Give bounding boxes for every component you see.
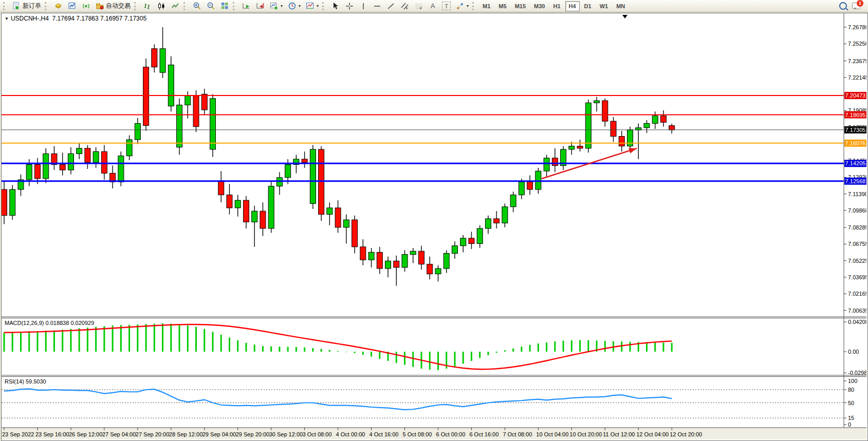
templates-icon: [305, 2, 315, 11]
toolbar-grip[interactable]: [183, 2, 188, 10]
label-tool-button[interactable]: T: [440, 1, 453, 12]
candlestick-chart-icon: [157, 2, 166, 11]
svg-text:12 Oct 20:00: 12 Oct 20:00: [670, 431, 702, 437]
svg-text:11 Oct 12:00: 11 Oct 12:00: [603, 431, 635, 437]
auto-scroll-button[interactable]: [239, 1, 253, 12]
label-tool-icon: T: [442, 2, 451, 10]
trendline-tool-button[interactable]: [384, 1, 398, 12]
signals-icon: [81, 2, 90, 11]
indicators-button[interactable]: ▾: [267, 1, 285, 12]
tile-windows-button[interactable]: [218, 1, 231, 12]
toolbar-grip[interactable]: [322, 2, 326, 10]
market-watch-button[interactable]: [51, 1, 65, 12]
shapes-arrows-icon: [455, 2, 465, 11]
svg-text:0: 0: [848, 421, 851, 428]
cursor-tool-button[interactable]: [329, 1, 342, 12]
timeframe-button-m30[interactable]: M30: [530, 1, 548, 11]
timeframe-button-m1[interactable]: M1: [479, 1, 494, 11]
zoom-in-button[interactable]: [190, 1, 204, 12]
periods-button[interactable]: ▾: [285, 1, 303, 12]
indicators-icon: [269, 2, 279, 11]
tile-windows-icon: [220, 2, 229, 11]
svg-text:27 Sep 04:00: 27 Sep 04:00: [102, 431, 136, 437]
trendline-icon: [386, 2, 396, 11]
timeframe-button-d1[interactable]: D1: [581, 1, 595, 11]
channel-tool-button[interactable]: E: [398, 1, 412, 12]
svg-text:50: 50: [848, 400, 854, 406]
data-window-button[interactable]: [65, 1, 79, 12]
search-icon[interactable]: [838, 2, 847, 11]
toolbar-grip[interactable]: [134, 2, 138, 10]
timeframe-button-m15[interactable]: M15: [511, 1, 529, 11]
svg-text:7.05225: 7.05225: [848, 258, 866, 264]
crosshair-tool-button[interactable]: [343, 1, 356, 12]
chart-window[interactable]: ▼USDCNH-,H4 7.17694 7.17863 7.16957 7.17…: [1, 13, 868, 441]
svg-text:7.02165: 7.02165: [848, 291, 866, 297]
timeframe-button-h1[interactable]: H1: [549, 1, 564, 11]
svg-text:7.16076: 7.16076: [845, 140, 866, 146]
svg-text:7.09860: 7.09860: [848, 207, 866, 214]
svg-text:-0.029864: -0.029864: [848, 370, 866, 376]
data-window-icon: [67, 2, 77, 11]
timeframe-button-w1[interactable]: W1: [596, 1, 612, 11]
horizontal-line-icon: [373, 2, 382, 11]
mt4-terminal: { "toolbar": { "new_order_label": "新订单",…: [0, 0, 868, 441]
new-order-icon: [12, 2, 21, 11]
crosshair-icon: [345, 2, 354, 11]
chart-shift-button[interactable]: [253, 1, 267, 12]
trend-arrow-head: [629, 148, 637, 153]
svg-text:4 Oct 00:00: 4 Oct 00:00: [336, 431, 365, 437]
indicators-caret-icon[interactable]: ▾: [281, 4, 283, 8]
chat-icon[interactable]: 1: [852, 2, 861, 11]
svg-text:80: 80: [848, 387, 854, 393]
toolbar-right-tools: 1: [838, 2, 866, 11]
toolbar-grip[interactable]: [472, 2, 476, 10]
templates-button[interactable]: ▾: [303, 1, 321, 12]
svg-text:7.20473: 7.20473: [845, 92, 866, 99]
horizontal-line-tool-button[interactable]: [371, 1, 384, 12]
toolbar-grip[interactable]: [45, 2, 49, 10]
svg-text:23 Sep 16:00: 23 Sep 16:00: [35, 431, 69, 437]
chart-shift-icon: [255, 2, 265, 11]
svg-text:27 Sep 20:00: 27 Sep 20:00: [136, 431, 169, 437]
auto-trading-label: 自动交易: [106, 2, 131, 10]
timeframe-buttons: M1M5M15M30H1H4D1W1MN: [479, 1, 629, 11]
equidistant-channel-icon: E: [400, 2, 410, 11]
price-chart-canvas[interactable]: 7.267807.252507.236757.221457.190857.175…: [2, 13, 866, 441]
zoom-in-icon: [192, 2, 201, 11]
toolbar-grip[interactable]: [233, 2, 237, 10]
vertical-line-tool-button[interactable]: [357, 1, 370, 12]
timeframe-button-h4[interactable]: H4: [565, 1, 580, 11]
shapes-tool-button[interactable]: ▾: [453, 1, 471, 12]
vertical-line-icon: [359, 2, 368, 11]
candlestick-chart-button[interactable]: [155, 1, 168, 12]
timeframe-button-mn[interactable]: MN: [613, 1, 629, 11]
text-tool-button[interactable]: A: [426, 1, 439, 12]
bar-chart-button[interactable]: [141, 1, 154, 12]
fibonacci-icon: F: [414, 2, 423, 11]
line-chart-icon: [171, 2, 180, 11]
shapes-caret-icon[interactable]: ▾: [467, 4, 469, 8]
toolbar-grip[interactable]: [3, 2, 7, 10]
auto-trading-button[interactable]: 自动交易: [93, 1, 133, 12]
zoom-out-button[interactable]: [204, 1, 217, 12]
svg-text:7.22145: 7.22145: [848, 74, 866, 81]
signals-button[interactable]: [79, 1, 93, 12]
fibonacci-tool-button[interactable]: F: [412, 1, 426, 12]
bar-chart-icon: [143, 2, 152, 11]
svg-text:7.12568: 7.12568: [845, 178, 866, 184]
line-chart-button[interactable]: [169, 1, 182, 12]
templates-caret-icon[interactable]: ▾: [317, 4, 319, 8]
svg-text:7.14205: 7.14205: [845, 160, 866, 166]
svg-text:100: 100: [848, 378, 857, 384]
svg-text:15: 15: [848, 415, 854, 421]
svg-text:3 Oct 08:00: 3 Oct 08:00: [303, 431, 332, 437]
chart-svg[interactable]: 7.267807.252507.236757.221457.190857.175…: [2, 13, 866, 439]
svg-text:12 Oct 04:00: 12 Oct 04:00: [636, 431, 669, 437]
periods-caret-icon[interactable]: ▾: [299, 4, 301, 8]
market-watch-icon: [53, 2, 63, 11]
timeframe-button-m5[interactable]: M5: [495, 1, 510, 11]
svg-text:10 Oct 04:00: 10 Oct 04:00: [536, 431, 568, 437]
svg-text:7.08285: 7.08285: [848, 224, 866, 231]
new-order-button[interactable]: 新订单: [10, 1, 43, 12]
